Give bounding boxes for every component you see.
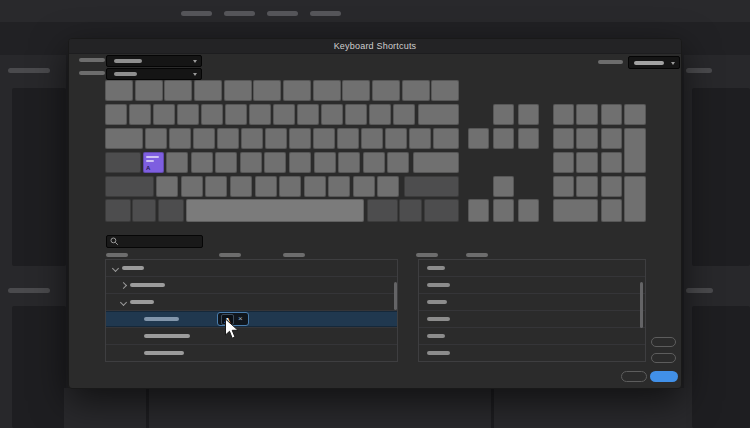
tree-row[interactable] [106, 260, 397, 277]
keyboard-key[interactable] [413, 152, 459, 173]
keyboard-key[interactable] [518, 199, 539, 222]
chevron-right-icon[interactable] [120, 282, 127, 289]
keyboard-key[interactable] [493, 199, 514, 222]
keyboard-key[interactable] [156, 176, 178, 197]
keyboard-key[interactable] [601, 104, 622, 125]
keyboard-key[interactable] [361, 128, 383, 149]
chevron-down-icon[interactable] [112, 265, 119, 272]
keyboard-key[interactable] [399, 199, 422, 222]
keyboard-key[interactable] [553, 176, 574, 197]
keyboard-key[interactable] [367, 199, 398, 222]
keyboard-key[interactable] [158, 199, 184, 222]
chevron-down-icon[interactable] [120, 299, 127, 306]
keyboard-key[interactable] [601, 176, 622, 197]
keyboard-key[interactable] [624, 128, 646, 173]
keyboard-key[interactable] [321, 104, 343, 125]
keyboard-key[interactable] [377, 176, 399, 197]
keyboard-key[interactable] [404, 176, 459, 197]
keyboard-key[interactable] [418, 104, 459, 125]
detail-row[interactable] [419, 294, 645, 311]
keyboard-key[interactable] [518, 104, 539, 125]
keyboard-key[interactable] [264, 152, 286, 173]
keyboard-key[interactable] [431, 80, 459, 101]
keyboard-key[interactable] [553, 152, 574, 173]
keyboard-key[interactable] [601, 199, 622, 222]
remove-shortcut-button[interactable]: × [238, 315, 243, 323]
tree-row[interactable] [106, 328, 397, 345]
keyboard-key[interactable] [409, 128, 431, 149]
keyboard-key[interactable] [105, 176, 154, 197]
scrollbar-thumb[interactable] [640, 282, 643, 328]
keyboard-key[interactable] [215, 152, 237, 173]
keyboard-key[interactable] [129, 104, 151, 125]
shortcut-key-badge[interactable]: A× [217, 312, 249, 326]
keyboard-key[interactable] [289, 128, 311, 149]
keyboard-key[interactable] [132, 199, 156, 222]
scrollbar-thumb[interactable] [394, 282, 397, 310]
keyboard-key[interactable] [338, 152, 360, 173]
keyboard-key[interactable] [345, 104, 367, 125]
keyboard-key[interactable] [493, 104, 514, 125]
keyboard-key[interactable] [372, 80, 400, 101]
keyboard-key[interactable] [181, 176, 203, 197]
keyboard-key[interactable] [279, 176, 301, 197]
detail-row[interactable] [419, 345, 645, 362]
cancel-button[interactable] [621, 371, 647, 382]
keyboard-key[interactable] [186, 199, 364, 222]
keyboard-key[interactable] [105, 152, 141, 173]
keyboard-key[interactable] [193, 128, 215, 149]
keyboard-key[interactable] [145, 128, 167, 149]
keyboard-key[interactable] [289, 152, 311, 173]
keyboard-key[interactable] [105, 128, 143, 149]
keyboard-key[interactable] [624, 104, 646, 125]
keyboard-key[interactable] [191, 152, 213, 173]
keyboard-key[interactable] [273, 104, 295, 125]
detail-row[interactable] [419, 277, 645, 294]
keyboard-key[interactable] [105, 104, 127, 125]
side-button-bottom[interactable] [651, 353, 676, 363]
keyboard-key[interactable] [493, 176, 514, 197]
keyboard-key[interactable] [393, 104, 415, 125]
keyboard-key[interactable] [224, 80, 252, 101]
keyboard-key[interactable] [553, 128, 574, 149]
detail-row[interactable] [419, 328, 645, 345]
side-button-top[interactable] [651, 337, 676, 347]
tree-row[interactable] [106, 294, 397, 311]
keyboard-key[interactable] [105, 80, 133, 101]
keyboard-key[interactable] [297, 104, 319, 125]
keyboard-key[interactable] [230, 176, 252, 197]
keyboard-key[interactable] [337, 128, 359, 149]
detail-row[interactable] [419, 311, 645, 328]
keyboard-key[interactable] [240, 152, 262, 173]
keyboard-key[interactable] [166, 152, 188, 173]
tree-row-selected[interactable]: A× [106, 311, 397, 328]
keyboard-key[interactable] [363, 152, 385, 173]
keyboard-key[interactable] [241, 128, 263, 149]
keyboard-key[interactable] [205, 176, 227, 197]
keyboard-key[interactable] [553, 199, 598, 222]
keyboard-key[interactable] [601, 128, 622, 149]
keyboard-key[interactable] [342, 80, 370, 101]
keyboard-key[interactable] [217, 128, 239, 149]
keyboard-key[interactable] [201, 104, 223, 125]
keyboard-key[interactable] [402, 80, 430, 101]
keyboard-key[interactable] [385, 128, 407, 149]
keyboard-key[interactable] [153, 104, 175, 125]
keyboard-key[interactable] [164, 80, 192, 101]
ok-button[interactable] [650, 371, 678, 382]
keyboard-key[interactable] [387, 152, 409, 173]
keyboard-key[interactable] [169, 128, 191, 149]
keyboard-key[interactable] [601, 152, 622, 173]
keyboard-key[interactable] [433, 128, 459, 149]
keyboard-key[interactable] [493, 128, 514, 149]
detail-row[interactable] [419, 260, 645, 277]
keyboard-key[interactable] [313, 80, 341, 101]
key-accent-assigned[interactable]: A [143, 152, 164, 173]
tree-row[interactable] [106, 345, 397, 362]
keyboard-key[interactable] [576, 176, 598, 197]
keyboard-key[interactable] [328, 176, 350, 197]
keyboard-key[interactable] [225, 104, 247, 125]
keyboard-key[interactable] [576, 128, 598, 149]
keyboard-key[interactable] [194, 80, 222, 101]
keyboard-key[interactable] [424, 199, 459, 222]
